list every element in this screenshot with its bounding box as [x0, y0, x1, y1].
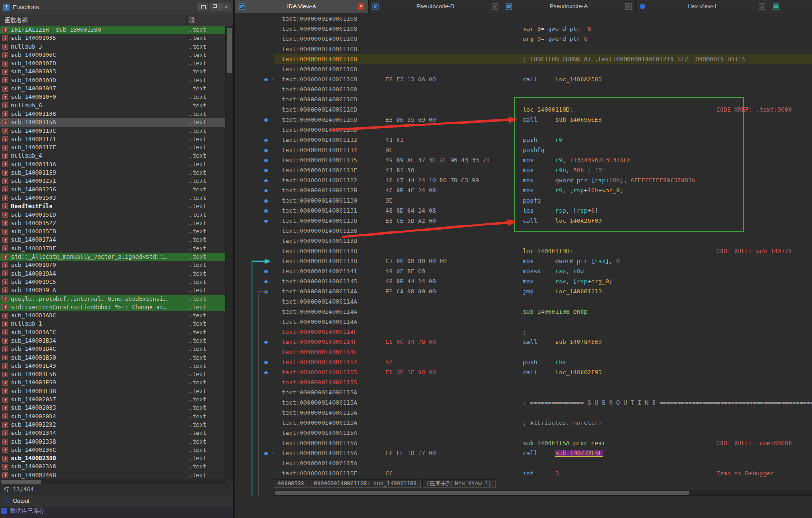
functions-titlebar[interactable]: f Functions × [0, 0, 233, 14]
function-row[interactable]: fsub_1400011E9.text [0, 169, 226, 177]
disasm-line[interactable]: .text:000000014000111F41 B1 30mov r9b, 3… [235, 165, 812, 175]
output-tab[interactable]: Output [0, 495, 233, 507]
disasm-line[interactable]: .text:000000014000115A [235, 388, 812, 398]
function-row[interactable]: fsub_140001AFC.text [0, 328, 226, 337]
scrollbar-thumb[interactable] [227, 28, 232, 73]
function-row[interactable]: fnullsub_3.text [0, 43, 226, 51]
function-row[interactable]: fReadTextFile.text [0, 202, 226, 210]
disasm-line[interactable]: .text:000000014000111549 B9 AF 37 3C 2E … [235, 155, 812, 165]
disasm-line[interactable]: .text:000000014000115A; Attributes: nore… [235, 418, 812, 428]
disasm-line[interactable]: .text:0000000140001155 [235, 377, 812, 388]
function-row[interactable]: fsub_140001E56.text [0, 370, 226, 378]
function-row[interactable]: fsub_140002380.text [0, 454, 226, 462]
disasm-line[interactable]: .text:000000014000114FE8 0C 34 78 00call… [235, 337, 812, 347]
close-button[interactable]: × [221, 3, 231, 11]
disasm-line[interactable]: .text:000000014000114A [235, 317, 812, 327]
function-row[interactable]: fnullsub_4.text [0, 152, 226, 160]
disasm-line[interactable]: .text:0000000140001136 [235, 226, 812, 236]
function-row[interactable]: fsub_1400020D4.text [0, 412, 226, 421]
disasm-line[interactable]: .text:0000000140001108 [235, 14, 812, 24]
disasm-line[interactable]: .text:000000014000114Asub_140001108 endp [235, 307, 812, 317]
function-row[interactable]: fsub_140001171.text [0, 135, 226, 143]
column-function-name[interactable]: 函数名称 [5, 14, 28, 26]
disasm-line[interactable]: .text:000000014000115A; =============== … [235, 398, 812, 408]
function-row[interactable]: fsub_1400015EB.text [0, 227, 226, 236]
disasm-line[interactable]: .text:0000000140001136E8 CE 5D A2 00call… [235, 216, 812, 226]
disasm-line[interactable]: .text:00000001400011309Dpopfq [235, 196, 812, 206]
scrollbar-thumb[interactable] [1, 480, 41, 484]
function-row[interactable]: fsub_1400019FA.text [0, 286, 226, 294]
function-row[interactable]: fsub_1400023A8.text [0, 462, 226, 471]
disasm-line[interactable]: .text:000000014000115Asub_14000115A proc… [235, 438, 812, 448]
disasm-line[interactable]: .text:000000014000113Bloc_14000113B:; CO… [235, 246, 812, 256]
disasm-line[interactable]: .text:0000000140001108var_8= qword ptr -… [235, 24, 812, 34]
disasm-line[interactable]: .text:0000000140001108; FUNCTION CHUNK A… [235, 54, 812, 64]
close-tab-icon[interactable]: × [358, 3, 364, 10]
disasm-line[interactable]: .text:000000014000113BC7 00 00 00 00 00m… [235, 256, 812, 266]
function-row[interactable]: fsub_14000106C.text [0, 51, 226, 59]
function-row[interactable]: fsub_140001256.text [0, 186, 226, 194]
function-row[interactable]: fsub_140001B50.text [0, 354, 226, 362]
tab-ida-view-a[interactable]: IDA View-A × [235, 0, 369, 13]
function-row[interactable]: fsub_140001503.text [0, 194, 226, 202]
maximize-button[interactable] [198, 3, 208, 11]
disasm-line[interactable]: .text:000000014000114AE9 CA 00 00 00jmp … [235, 287, 812, 297]
function-row[interactable]: fsub_1400019C5.text [0, 278, 226, 286]
disasm-line[interactable]: .text:0000000140001108arg_0= qword ptr 8 [235, 34, 812, 44]
function-row[interactable]: fsub_140001108.text [0, 110, 226, 118]
function-row[interactable]: fsub_140001083.text [0, 68, 226, 76]
disasm-line[interactable]: .text:000000014000113148 8D 64 24 08lea … [235, 206, 812, 216]
functions-column-header[interactable]: 函数名称 段 [0, 14, 233, 27]
disasm-line[interactable]: .text:000000014000110DE8 D6 55 69 00call… [235, 115, 812, 125]
disasm-line[interactable]: ˅.text:0000000140001108E8 F3 13 6A 00cal… [235, 74, 812, 84]
function-row[interactable]: fsub_140001097.text [0, 84, 226, 93]
function-row[interactable]: fsub_140001B34.text [0, 337, 226, 345]
function-row[interactable]: fsub_1400020A7.text [0, 395, 226, 404]
tab-pseudocode-a[interactable]: Pseudocode-A × [502, 0, 636, 13]
function-row[interactable]: fsub_1400010F0.text [0, 93, 226, 101]
disasm-line[interactable]: .text:000000014000115A [235, 408, 812, 418]
function-row[interactable]: fsub_14000116C.text [0, 127, 226, 135]
functions-horizontal-scrollbar[interactable] [0, 479, 226, 484]
disasm-line[interactable]: .text:000000014000110D [235, 125, 812, 135]
disasm-line[interactable]: .text:000000014000115453push rbx [235, 357, 812, 367]
disasm-line[interactable]: .text:0000000140001108 [235, 64, 812, 74]
tab-hex-view-1[interactable]: Hex View-1 × [636, 0, 769, 13]
disasm-line[interactable]: .text:000000014000111241 51push r9 [235, 135, 812, 145]
disasm-line[interactable]: .text:000000014000112248 C7 44 24 10 D0 … [235, 175, 812, 186]
function-row[interactable]: fsub_140002468.text [0, 471, 226, 479]
function-row[interactable]: fsub_14000115A.text [0, 118, 226, 126]
disasm-line[interactable]: .text:000000014000114F [235, 347, 812, 357]
function-row[interactable]: fsub_140001251.text [0, 177, 226, 185]
disasm-line[interactable]: .text:000000014000113B [235, 236, 812, 246]
function-row[interactable]: fnullsub_1.text [0, 320, 226, 328]
close-tab-icon[interactable]: × [759, 3, 765, 10]
disasm-line[interactable]: .text:000000014000114F; ----------------… [235, 327, 812, 337]
function-row[interactable]: fsub_140002344.text [0, 429, 226, 437]
function-row[interactable]: fsub_140001ADC.text [0, 311, 226, 320]
function-row[interactable]: fsub_14000108D.text [0, 76, 226, 84]
function-row[interactable]: fsub_140001035.text [0, 34, 226, 42]
disasm-line[interactable]: .text:000000014000114A [235, 297, 812, 307]
function-row[interactable]: fsub_140001B4C.text [0, 345, 226, 353]
collapse-arrow-icon[interactable]: ˅ [272, 448, 274, 458]
scrollbar-thumb[interactable] [275, 491, 689, 495]
function-row[interactable]: fINITIALIZER__sub_180001280.text [0, 26, 226, 34]
function-row[interactable]: fsub_140001522.text [0, 219, 226, 227]
disasm-line[interactable]: .text:000000014000115FCCint 3; Trap to D… [235, 468, 812, 479]
function-row[interactable]: fstd::vector<ConstructionRobot *>::_Chan… [0, 303, 226, 311]
function-row[interactable]: fstd::_Allocate_manually_vector_aligned<… [0, 253, 226, 261]
tab-pseudocode-b[interactable]: Pseudocode-B × [369, 0, 502, 13]
function-row[interactable]: fsub_140001E88.text [0, 387, 226, 395]
function-row[interactable]: fsub_14000117F.text [0, 143, 226, 152]
disasm-line[interactable]: .text:0000000140001108 [235, 84, 812, 95]
disasm-horizontal-scr ollbar[interactable] [274, 490, 812, 496]
disasm-line[interactable]: .text:000000014000115A [235, 428, 812, 438]
disasm-line[interactable]: .text:000000014000115A [235, 458, 812, 468]
function-row[interactable]: fsub_1400017DF.text [0, 244, 226, 253]
disasm-line[interactable]: .text:000000014000114149 0F BF C0movsx r… [235, 266, 812, 276]
function-row[interactable]: fsub_1400020B3.text [0, 404, 226, 412]
functions-vertical-scrollbar[interactable] [225, 26, 233, 479]
tab-extra[interactable] [769, 0, 812, 13]
function-row[interactable]: fsub_140001870.text [0, 261, 226, 269]
